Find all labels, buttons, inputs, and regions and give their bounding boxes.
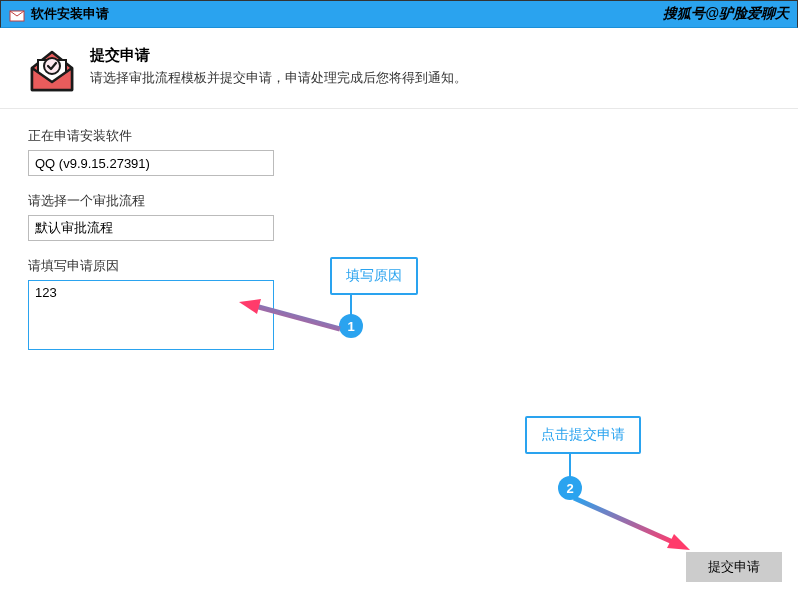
svg-marker-8 (667, 534, 690, 550)
titlebar: 软件安装申请 搜狐号@驴脸爱聊天 (0, 0, 798, 28)
field-software: 正在申请安装软件 (28, 127, 770, 176)
field-flow: 请选择一个审批流程 (28, 192, 770, 241)
software-input[interactable] (28, 150, 274, 176)
header-section: 提交申请 请选择审批流程模板并提交申请，申请处理完成后您将得到通知。 (0, 28, 798, 109)
header-title: 提交申请 (90, 46, 467, 65)
app-icon (9, 6, 25, 22)
annotation-bubble-1: 1 (339, 314, 363, 338)
header-text: 提交申请 请选择审批流程模板并提交申请，申请处理完成后您将得到通知。 (90, 46, 467, 94)
svg-point-4 (44, 58, 60, 74)
flow-label: 请选择一个审批流程 (28, 192, 770, 210)
window-title: 软件安装申请 (31, 5, 109, 23)
flow-input[interactable] (28, 215, 274, 241)
software-label: 正在申请安装软件 (28, 127, 770, 145)
annotation-arrow-2 (560, 488, 695, 556)
reason-textarea[interactable] (28, 280, 274, 350)
submit-button[interactable]: 提交申请 (686, 552, 782, 582)
form-area: 正在申请安装软件 请选择一个审批流程 请填写申请原因 (0, 109, 798, 388)
annotation-callout-1: 填写原因 (330, 257, 418, 295)
annotation-bubble-2: 2 (558, 476, 582, 500)
envelope-check-icon (28, 46, 76, 94)
annotation-callout-2: 点击提交申请 (525, 416, 641, 454)
watermark-text: 搜狐号@驴脸爱聊天 (663, 5, 789, 23)
annotation-connector-2 (569, 452, 571, 477)
titlebar-left: 软件安装申请 (9, 5, 109, 23)
header-subtitle: 请选择审批流程模板并提交申请，申请处理完成后您将得到通知。 (90, 69, 467, 87)
svg-line-7 (574, 498, 675, 543)
annotation-connector-1 (350, 293, 352, 315)
